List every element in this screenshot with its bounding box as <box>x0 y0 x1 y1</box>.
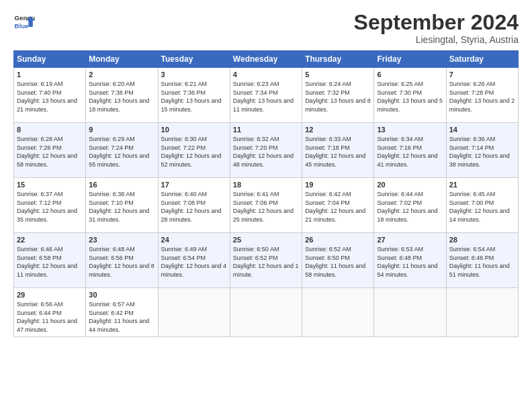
calendar-cell: 18Sunrise: 6:41 AMSunset: 7:06 PMDayligh… <box>230 178 302 233</box>
cell-sunrise: Sunrise: 6:56 AMSunset: 6:44 PMDaylight:… <box>17 301 77 333</box>
logo-icon: General Blue <box>13 11 35 32</box>
cell-sunrise: Sunrise: 6:41 AMSunset: 7:06 PMDaylight:… <box>233 191 294 223</box>
day-number: 5 <box>305 71 371 79</box>
cell-sunrise: Sunrise: 6:25 AMSunset: 7:30 PMDaylight:… <box>377 81 443 113</box>
calendar-cell: 17Sunrise: 6:40 AMSunset: 7:08 PMDayligh… <box>158 178 230 233</box>
calendar-cell: 7Sunrise: 6:26 AMSunset: 7:28 PMDaylight… <box>446 68 518 123</box>
day-number: 21 <box>449 181 515 189</box>
day-number: 3 <box>161 71 227 79</box>
calendar-cell: 5Sunrise: 6:24 AMSunset: 7:32 PMDaylight… <box>302 68 374 123</box>
calendar-cell: 24Sunrise: 6:49 AMSunset: 6:54 PMDayligh… <box>158 233 230 288</box>
page: General Blue September 2024 Liesingtal, … <box>0 0 532 411</box>
calendar-cell: 29Sunrise: 6:56 AMSunset: 6:44 PMDayligh… <box>14 288 86 336</box>
day-number: 23 <box>89 236 154 244</box>
calendar-cell: 11Sunrise: 6:32 AMSunset: 7:20 PMDayligh… <box>230 123 302 178</box>
cell-sunrise: Sunrise: 6:42 AMSunset: 7:04 PMDaylight:… <box>305 191 365 223</box>
month-title: September 2024 <box>354 11 519 34</box>
title-block: September 2024 Liesingtal, Styria, Austr… <box>354 11 519 45</box>
cell-sunrise: Sunrise: 6:37 AMSunset: 7:12 PMDaylight:… <box>17 191 77 223</box>
day-number: 30 <box>89 291 154 299</box>
logo: General Blue <box>13 11 35 32</box>
svg-text:Blue: Blue <box>15 22 29 30</box>
cell-sunrise: Sunrise: 6:54 AMSunset: 6:46 PMDaylight:… <box>449 246 510 278</box>
day-number: 17 <box>161 181 227 189</box>
calendar-cell: 26Sunrise: 6:52 AMSunset: 6:50 PMDayligh… <box>302 233 374 288</box>
calendar-header-tuesday: Tuesday <box>158 51 230 68</box>
cell-sunrise: Sunrise: 6:20 AMSunset: 7:38 PMDaylight:… <box>89 81 149 113</box>
calendar-cell: 10Sunrise: 6:30 AMSunset: 7:22 PMDayligh… <box>158 123 230 178</box>
calendar-week-row: 15Sunrise: 6:37 AMSunset: 7:12 PMDayligh… <box>14 178 519 233</box>
calendar-cell: 28Sunrise: 6:54 AMSunset: 6:46 PMDayligh… <box>446 233 518 288</box>
cell-sunrise: Sunrise: 6:30 AMSunset: 7:22 PMDaylight:… <box>161 136 222 168</box>
calendar-cell: 13Sunrise: 6:34 AMSunset: 7:16 PMDayligh… <box>374 123 446 178</box>
day-number: 18 <box>233 181 299 189</box>
calendar-cell <box>446 288 518 336</box>
cell-sunrise: Sunrise: 6:36 AMSunset: 7:14 PMDaylight:… <box>449 136 510 168</box>
day-number: 28 <box>449 236 515 244</box>
day-number: 16 <box>89 181 154 189</box>
calendar-header-wednesday: Wednesday <box>230 51 302 68</box>
calendar-week-row: 22Sunrise: 6:46 AMSunset: 6:58 PMDayligh… <box>14 233 519 288</box>
day-number: 11 <box>233 126 299 134</box>
calendar-cell: 22Sunrise: 6:46 AMSunset: 6:58 PMDayligh… <box>14 233 86 288</box>
cell-sunrise: Sunrise: 6:21 AMSunset: 7:36 PMDaylight:… <box>161 81 222 113</box>
day-number: 26 <box>305 236 371 244</box>
cell-sunrise: Sunrise: 6:33 AMSunset: 7:18 PMDaylight:… <box>305 136 365 168</box>
cell-sunrise: Sunrise: 6:40 AMSunset: 7:08 PMDaylight:… <box>161 191 222 223</box>
cell-sunrise: Sunrise: 6:32 AMSunset: 7:20 PMDaylight:… <box>233 136 294 168</box>
calendar-cell: 23Sunrise: 6:48 AMSunset: 6:56 PMDayligh… <box>86 233 158 288</box>
calendar-cell: 20Sunrise: 6:44 AMSunset: 7:02 PMDayligh… <box>374 178 446 233</box>
day-number: 24 <box>161 236 227 244</box>
calendar-header-thursday: Thursday <box>302 51 374 68</box>
day-number: 15 <box>17 181 83 189</box>
header: General Blue September 2024 Liesingtal, … <box>13 11 519 45</box>
calendar-cell: 30Sunrise: 6:57 AMSunset: 6:42 PMDayligh… <box>86 288 158 336</box>
cell-sunrise: Sunrise: 6:19 AMSunset: 7:40 PMDaylight:… <box>17 81 77 113</box>
day-number: 29 <box>17 291 83 299</box>
calendar-header-row: SundayMondayTuesdayWednesdayThursdayFrid… <box>14 51 519 68</box>
day-number: 22 <box>17 236 83 244</box>
calendar-header-sunday: Sunday <box>14 51 86 68</box>
calendar-cell <box>374 288 446 336</box>
cell-sunrise: Sunrise: 6:48 AMSunset: 6:56 PMDaylight:… <box>89 246 154 278</box>
day-number: 19 <box>305 181 371 189</box>
day-number: 8 <box>17 126 83 134</box>
day-number: 7 <box>449 71 515 79</box>
calendar-cell: 9Sunrise: 6:29 AMSunset: 7:24 PMDaylight… <box>86 123 158 178</box>
day-number: 9 <box>89 126 154 134</box>
calendar-cell: 4Sunrise: 6:23 AMSunset: 7:34 PMDaylight… <box>230 68 302 123</box>
cell-sunrise: Sunrise: 6:29 AMSunset: 7:24 PMDaylight:… <box>89 136 149 168</box>
day-number: 13 <box>377 126 443 134</box>
cell-sunrise: Sunrise: 6:38 AMSunset: 7:10 PMDaylight:… <box>89 191 149 223</box>
cell-sunrise: Sunrise: 6:49 AMSunset: 6:54 PMDaylight:… <box>161 246 227 278</box>
calendar-header-saturday: Saturday <box>446 51 518 68</box>
day-number: 27 <box>377 236 443 244</box>
calendar-header-friday: Friday <box>374 51 446 68</box>
day-number: 12 <box>305 126 371 134</box>
calendar-cell: 19Sunrise: 6:42 AMSunset: 7:04 PMDayligh… <box>302 178 374 233</box>
day-number: 2 <box>89 71 154 79</box>
cell-sunrise: Sunrise: 6:52 AMSunset: 6:50 PMDaylight:… <box>305 246 365 278</box>
day-number: 20 <box>377 181 443 189</box>
calendar-cell: 2Sunrise: 6:20 AMSunset: 7:38 PMDaylight… <box>86 68 158 123</box>
calendar-cell: 25Sunrise: 6:50 AMSunset: 6:52 PMDayligh… <box>230 233 302 288</box>
day-number: 14 <box>449 126 515 134</box>
calendar-cell <box>302 288 374 336</box>
calendar-cell: 3Sunrise: 6:21 AMSunset: 7:36 PMDaylight… <box>158 68 230 123</box>
day-number: 1 <box>17 71 83 79</box>
cell-sunrise: Sunrise: 6:28 AMSunset: 7:26 PMDaylight:… <box>17 136 77 168</box>
calendar-cell <box>158 288 230 336</box>
calendar-table: SundayMondayTuesdayWednesdayThursdayFrid… <box>13 50 519 336</box>
calendar-week-row: 1Sunrise: 6:19 AMSunset: 7:40 PMDaylight… <box>14 68 519 123</box>
calendar-cell: 12Sunrise: 6:33 AMSunset: 7:18 PMDayligh… <box>302 123 374 178</box>
cell-sunrise: Sunrise: 6:45 AMSunset: 7:00 PMDaylight:… <box>449 191 510 223</box>
day-number: 4 <box>233 71 299 79</box>
cell-sunrise: Sunrise: 6:24 AMSunset: 7:32 PMDaylight:… <box>305 81 371 113</box>
day-number: 25 <box>233 236 299 244</box>
cell-sunrise: Sunrise: 6:26 AMSunset: 7:28 PMDaylight:… <box>449 81 515 113</box>
cell-sunrise: Sunrise: 6:23 AMSunset: 7:34 PMDaylight:… <box>233 81 294 113</box>
calendar-cell: 6Sunrise: 6:25 AMSunset: 7:30 PMDaylight… <box>374 68 446 123</box>
calendar-cell: 1Sunrise: 6:19 AMSunset: 7:40 PMDaylight… <box>14 68 86 123</box>
cell-sunrise: Sunrise: 6:57 AMSunset: 6:42 PMDaylight:… <box>89 301 149 333</box>
calendar-cell: 14Sunrise: 6:36 AMSunset: 7:14 PMDayligh… <box>446 123 518 178</box>
